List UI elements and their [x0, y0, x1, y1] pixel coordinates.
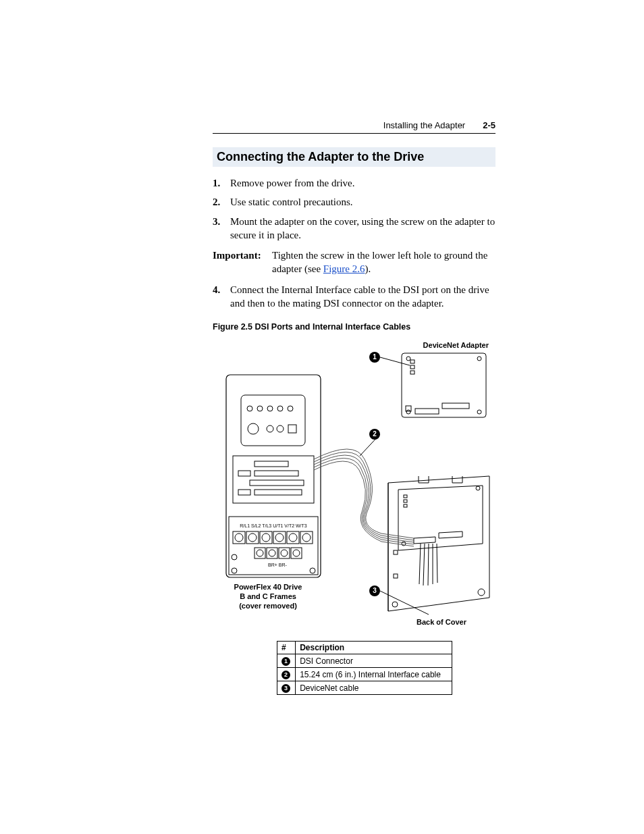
svg-rect-37 [291, 548, 302, 558]
table-cell-num: 1 [277, 654, 296, 668]
drive-label-line2: B and C Frames [240, 592, 296, 600]
step-number: 4. [213, 283, 223, 311]
important-label: Important: [213, 249, 268, 276]
svg-rect-51 [415, 409, 439, 414]
key-table: # Description 1 DSI Connector 2 15.24 cm… [277, 641, 452, 695]
svg-point-45 [406, 410, 410, 414]
svg-rect-56 [404, 500, 407, 502]
callout-3: 3 [369, 585, 380, 596]
svg-rect-60 [394, 550, 398, 554]
table-header-desc: Description [296, 642, 452, 654]
svg-point-30 [302, 533, 311, 542]
section-heading: Connecting the Adapter to the Drive [213, 147, 495, 167]
terminal-labels-text: R/L1 S/L2 T/L3 U/T1 V/T2 W/T3 [240, 523, 307, 528]
table-row: 3 DeviceNet cable [277, 681, 452, 695]
page: Installing the Adapter 2-5 Connecting th… [0, 0, 644, 834]
step-3: 3. Mount the adapter on the cover, using… [213, 215, 495, 242]
svg-point-46 [477, 410, 481, 414]
svg-rect-10 [288, 425, 296, 433]
header-title: Installing the Adapter [383, 120, 465, 130]
svg-point-59 [392, 602, 398, 607]
svg-point-2 [247, 406, 252, 411]
svg-rect-50 [442, 403, 469, 409]
svg-point-9 [277, 425, 284, 432]
row1-num: 1 [281, 657, 290, 666]
svg-rect-11 [233, 456, 314, 503]
table-cell-desc: 15.24 cm (6 in.) Internal Interface cabl… [296, 668, 452, 681]
svg-point-24 [262, 533, 270, 542]
ribbon-cable [314, 449, 414, 546]
figure-link[interactable]: Figure 2.6 [323, 263, 365, 274]
svg-rect-16 [238, 490, 250, 495]
svg-point-43 [406, 357, 410, 361]
svg-point-28 [289, 533, 297, 542]
table-header-num: # [277, 642, 296, 654]
svg-rect-14 [254, 471, 298, 476]
svg-rect-35 [279, 548, 290, 558]
svg-point-38 [293, 550, 300, 556]
svg-point-41 [310, 568, 315, 573]
table-row: 1 DSI Connector [277, 654, 452, 668]
svg-point-39 [232, 554, 237, 560]
svg-rect-52 [406, 406, 411, 411]
svg-rect-55 [404, 495, 407, 498]
svg-line-64 [380, 591, 429, 615]
svg-line-62 [380, 357, 410, 365]
important-before: Tighten the screw in the lower left hole… [272, 250, 487, 274]
svg-point-58 [478, 589, 485, 596]
header-page-number: 2-5 [483, 120, 495, 130]
important-text: Tighten the screw in the lower left hole… [272, 249, 495, 276]
svg-point-7 [248, 423, 259, 434]
step-4: 4. Connect the Internal Interface cable … [213, 283, 495, 311]
figure-diagram: DeviceNet Adapter [213, 341, 495, 631]
svg-rect-17 [254, 490, 302, 495]
drive-illustration: R/L1 S/L2 T/L3 U/T1 V/T2 W/T3 [226, 375, 321, 577]
svg-point-54 [476, 486, 480, 490]
svg-point-22 [248, 533, 257, 542]
svg-rect-57 [404, 504, 407, 507]
content-body: Connecting the Adapter to the Drive 1. R… [213, 147, 495, 695]
callout-2: 2 [369, 429, 380, 440]
step-2: 2. Use static control precautions. [213, 195, 495, 209]
svg-point-20 [235, 533, 243, 542]
callout-1: 1 [369, 352, 380, 363]
svg-point-8 [267, 425, 273, 432]
row3-num: 3 [281, 684, 290, 693]
svg-rect-1 [241, 395, 305, 446]
step-list-continued: 4. Connect the Internal Interface cable … [213, 283, 495, 311]
svg-point-36 [281, 550, 288, 556]
important-note: Important: Tighten the screw in the lowe… [213, 249, 495, 276]
step-number: 3. [213, 215, 223, 242]
svg-point-26 [275, 533, 284, 542]
cover-illustration [388, 476, 489, 611]
table-cell-num: 3 [277, 681, 296, 695]
svg-rect-15 [250, 480, 304, 486]
svg-point-6 [288, 406, 293, 411]
svg-point-3 [257, 406, 263, 411]
svg-rect-31 [254, 548, 265, 558]
drive-label-line1: PowerFlex 40 Drive [234, 583, 302, 591]
svg-point-4 [267, 406, 273, 411]
table-cell-desc: DSI Connector [296, 654, 452, 668]
figure-caption: Figure 2.5 DSI Ports and Internal Interf… [213, 322, 495, 332]
svg-rect-12 [254, 461, 288, 467]
svg-point-44 [477, 357, 481, 361]
svg-rect-47 [410, 360, 414, 363]
step-text: Use static control precautions. [230, 195, 353, 209]
table-cell-desc: DeviceNet cable [296, 681, 452, 695]
step-text: Connect the Internal Interface cable to … [230, 283, 495, 311]
step-list: 1. Remove power from the drive. 2. Use s… [213, 176, 495, 242]
adapter-illustration [402, 353, 486, 417]
row2-num: 2 [281, 671, 290, 679]
drive-label-line3: (cover removed) [239, 602, 297, 610]
table-row: 2 15.24 cm (6 in.) Internal Interface ca… [277, 668, 452, 681]
step-number: 2. [213, 195, 223, 209]
step-1: 1. Remove power from the drive. [213, 176, 495, 190]
svg-point-34 [269, 550, 275, 556]
step-text: Remove power from the drive. [230, 176, 355, 190]
svg-point-32 [257, 550, 263, 556]
running-header: Installing the Adapter 2-5 [213, 120, 495, 134]
svg-rect-33 [267, 548, 277, 558]
svg-point-5 [277, 406, 283, 411]
terminal-labels2-text: BR+ BR- [268, 563, 287, 567]
